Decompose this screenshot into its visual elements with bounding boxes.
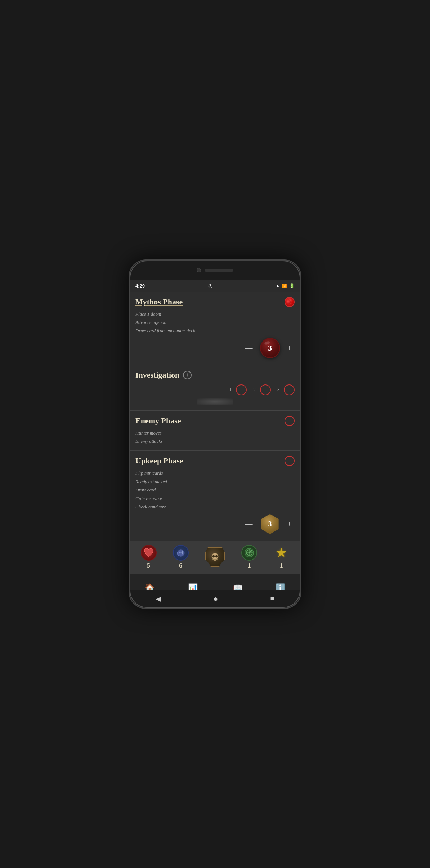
upkeep-step-3: Draw card xyxy=(135,486,295,494)
mythos-phase-section: Mythos Phase Place 1 doom Advance agenda… xyxy=(130,292,300,365)
status-icons: ▲ 📶 🔋 xyxy=(276,283,295,289)
status-time: 4:29 xyxy=(135,283,145,289)
elder-stat: 1 xyxy=(241,545,257,570)
star-value: 1 xyxy=(280,562,283,570)
svg-rect-7 xyxy=(212,559,218,560)
sanity-stat: 6 xyxy=(173,545,189,570)
inv-num-2: 2. xyxy=(253,387,257,393)
investigation-add-button[interactable]: + xyxy=(183,371,192,379)
upkeep-counter-token: 3 xyxy=(260,514,280,534)
upkeep-step-1: Flip minicards xyxy=(135,469,295,477)
speaker xyxy=(205,269,233,272)
sanity-value: 6 xyxy=(179,562,182,570)
investigation-section: Investigation + 1. 2. 3. xyxy=(130,365,300,411)
stat-bar: 5 6 xyxy=(130,541,300,574)
inv-num-3: 3. xyxy=(277,387,281,393)
upkeep-counter-row: — 3 + xyxy=(135,514,295,534)
status-bar: 4:29 ◎ ▲ 📶 🔋 xyxy=(130,280,300,292)
glow-decoration xyxy=(197,398,233,405)
enemy-step-2: Enemy attacks xyxy=(135,437,295,445)
inv-circle-1[interactable] xyxy=(236,384,247,395)
investigation-header: Investigation + xyxy=(135,370,295,380)
mythos-counter-token: 3 xyxy=(260,338,280,358)
battery-icon: 🔋 xyxy=(289,283,295,289)
mythos-phase-circle[interactable] xyxy=(285,297,295,307)
upkeep-step-4: Gain resource xyxy=(135,494,295,503)
camera xyxy=(197,268,201,272)
enemy-phase-section: Enemy Phase Hunter moves Enemy attacks xyxy=(130,411,300,451)
enemy-phase-steps: Hunter moves Enemy attacks xyxy=(135,429,295,446)
upkeep-step-2: Ready exhausted xyxy=(135,477,295,486)
upkeep-phase-steps: Flip minicards Ready exhausted Draw card… xyxy=(135,469,295,511)
svg-point-3 xyxy=(212,555,215,557)
star-shape: ★ xyxy=(276,545,287,560)
upkeep-step-5: Check hand size xyxy=(135,503,295,511)
inv-circle-3[interactable] xyxy=(284,384,295,395)
mythos-phase-header: Mythos Phase xyxy=(135,297,295,307)
upkeep-increment-button[interactable]: + xyxy=(285,518,295,529)
doom-stat xyxy=(205,547,225,567)
health-icon xyxy=(141,545,157,561)
investigation-item-1: 1. xyxy=(229,384,247,395)
enemy-phase-header: Enemy Phase xyxy=(135,416,295,426)
mythos-step-1: Place 1 doom xyxy=(135,310,295,318)
investigation-circles: 1. 2. 3. xyxy=(135,384,295,395)
health-value: 5 xyxy=(147,562,150,570)
mythos-decrement-button[interactable]: — xyxy=(242,343,256,353)
mythos-phase-steps: Place 1 doom Advance agenda Draw card fr… xyxy=(135,310,295,335)
enemy-step-1: Hunter moves xyxy=(135,429,295,437)
health-stat: 5 xyxy=(141,545,157,570)
wifi-icon: ▲ xyxy=(276,283,280,289)
app-content: Mythos Phase Place 1 doom Advance agenda… xyxy=(130,292,300,574)
upkeep-decrement-button[interactable]: — xyxy=(242,518,256,529)
mythos-step-2: Advance agenda xyxy=(135,318,295,326)
star-icon: ★ xyxy=(273,545,289,561)
investigation-item-3: 3. xyxy=(277,384,295,395)
elder-value: 1 xyxy=(248,562,251,570)
enemy-phase-title: Enemy Phase xyxy=(135,416,181,426)
android-back-button[interactable]: ◀ xyxy=(156,595,161,603)
inv-num-1: 1. xyxy=(229,387,233,393)
brain-svg xyxy=(176,548,186,557)
investigation-item-2: 2. xyxy=(253,384,271,395)
enemy-phase-circle[interactable] xyxy=(285,416,295,426)
status-notification-icon: ◎ xyxy=(208,283,212,289)
mythos-counter-value: 3 xyxy=(268,343,272,353)
mythos-increment-button[interactable]: + xyxy=(285,343,295,353)
phone-bottom-bar: ◀ ● ■ xyxy=(130,590,300,608)
mythos-phase-title: Mythos Phase xyxy=(135,297,183,307)
elder-icon xyxy=(241,545,257,561)
heart-svg xyxy=(144,548,154,557)
upkeep-phase-circle[interactable] xyxy=(285,456,295,466)
brain-icon xyxy=(173,545,189,561)
signal-icon: 📶 xyxy=(282,284,287,288)
investigation-title: Investigation xyxy=(135,370,179,380)
elder-svg xyxy=(244,547,255,558)
upkeep-phase-title: Upkeep Phase xyxy=(135,456,183,466)
android-recent-button[interactable]: ■ xyxy=(270,595,274,602)
android-home-button[interactable]: ● xyxy=(213,594,218,604)
upkeep-phase-header: Upkeep Phase xyxy=(135,456,295,466)
svg-point-4 xyxy=(215,555,218,557)
mythos-counter-row: — 3 + xyxy=(135,338,295,358)
skull-icon xyxy=(205,547,225,567)
star-stat: ★ 1 xyxy=(273,545,289,570)
phone-top-bar xyxy=(130,261,300,280)
mythos-step-3: Draw card from encounter deck xyxy=(135,326,295,335)
upkeep-counter-value: 3 xyxy=(268,520,272,528)
inv-circle-2[interactable] xyxy=(260,384,271,395)
phone-frame: 4:29 ◎ ▲ 📶 🔋 Mythos Phase Place 1 doom A… xyxy=(129,259,301,609)
skull-svg xyxy=(209,552,221,563)
upkeep-phase-section: Upkeep Phase Flip minicards Ready exhaus… xyxy=(130,451,300,540)
svg-point-0 xyxy=(177,550,184,556)
